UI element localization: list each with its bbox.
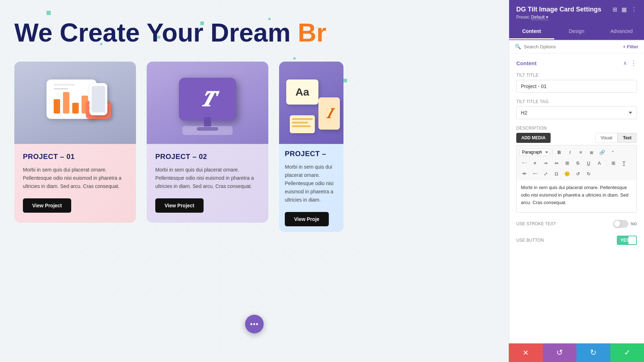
emoji-btn[interactable]: 🙂 (562, 169, 572, 178)
toolbar-row-2: ⬸ ≡ ⇒ ⇔ ⊞ S U A ⊞ T̲ ⬲ ⬳ ⤢ Ω 🙂 ↺ (519, 158, 634, 178)
typography-icon: Aa 𝐼 (283, 72, 340, 133)
card-3-body: PROJECT – Morbi in sem quis dui placerat… (279, 144, 343, 232)
tab-content[interactable]: Content (509, 24, 554, 39)
indent2-btn[interactable]: ⬳ (530, 169, 540, 178)
footer-cancel-btn[interactable]: ✕ (509, 343, 543, 362)
tab-advanced[interactable]: Advanced (599, 24, 644, 39)
text-format-btn[interactable]: T̲ (619, 158, 629, 168)
hero-title-text: We Create Your Dream (14, 18, 298, 47)
monitor-icon: 𝑻 (172, 67, 243, 139)
tilt-title-label: Tilt Title (516, 73, 637, 78)
card-3-button[interactable]: View Proje (285, 212, 329, 226)
section-more-icon[interactable]: ⋮ (630, 59, 637, 67)
ordered-list-btn[interactable]: ≣ (587, 148, 596, 157)
yes-thumb (628, 236, 636, 244)
redo-btn[interactable]: ↻ (584, 169, 593, 178)
card-1-body: PROJECT – 01 Morbi in sem quis dui place… (14, 144, 136, 223)
card-1-title: PROJECT – 01 (23, 153, 127, 161)
panel-tabs: Content Design Advanced (509, 24, 644, 40)
settings-panel: DG Tilt Image Card Settings ⊞ ▦ ⋮ Preset… (509, 0, 644, 362)
special-char-btn[interactable]: Ω (552, 169, 561, 178)
card-3-desc: Morbi in sem quis dui placerat ornare. P… (285, 163, 338, 204)
quote-btn[interactable]: “ (608, 148, 618, 157)
use-button-field: Use Button YES (509, 233, 644, 250)
stroke-toggle-switch: NO (613, 220, 637, 228)
tab-design[interactable]: Design (554, 24, 599, 39)
project-card-3: Aa 𝐼 PROJECT – Morbi in sem quis dui pla… (279, 62, 343, 232)
underline-btn[interactable]: U (584, 158, 593, 168)
stroke-toggle-thumb (614, 221, 620, 227)
italic-btn[interactable]: I (565, 148, 575, 157)
panel-header: DG Tilt Image Card Settings ⊞ ▦ ⋮ Preset… (509, 0, 644, 24)
editor-toolbar: Paragraph Heading 1 Heading 2 B I ≡ ≣ 🔗 … (516, 145, 637, 180)
card-1-desc: Morbi in sem quis dui placerat ornare. P… (23, 166, 127, 190)
panel-preset: Preset: Default ▾ (516, 15, 637, 20)
description-field: Description ADD MEDIA Visual Text Paragr… (509, 124, 644, 217)
align-left-btn[interactable]: ⬸ (519, 158, 529, 168)
card-2-desc: Morbi in sem quis dui placerat ornare. P… (155, 166, 260, 190)
outdent-btn[interactable]: ⬲ (519, 169, 529, 178)
text-tab-btn[interactable]: Text (618, 133, 637, 143)
indent-btn[interactable]: ⊞ (609, 158, 618, 168)
card-2-body: PROJECT – 02 Morbi in sem quis dui place… (147, 144, 268, 223)
card-1-image (14, 62, 136, 144)
card-2-button[interactable]: View Project (155, 198, 204, 213)
footer-undo-btn[interactable]: ↺ (543, 343, 577, 362)
fab-dots: ••• (250, 320, 259, 328)
tilt-title-input[interactable] (516, 80, 637, 93)
tilt-title-tag-select[interactable]: H1 H2 H3 H4 H5 H6 (516, 106, 637, 119)
stroke-toggle-row: Use Stroke Text NO (516, 220, 637, 228)
panel-icon-copy[interactable]: ⊞ (613, 6, 617, 13)
cards-row: PROJECT – 01 Morbi in sem quis dui place… (14, 62, 494, 232)
canvas-area: We Create Your Dream Br (0, 0, 509, 362)
editor-content[interactable]: Morbi in sem quis dui placerat ornare. P… (516, 180, 637, 213)
yes-label: YES (617, 238, 629, 243)
stroke-toggle-track[interactable] (613, 220, 628, 228)
panel-icon-layout[interactable]: ▦ (621, 6, 627, 13)
cancel-icon: ✕ (523, 348, 529, 357)
button-toggle-row: Use Button YES (516, 236, 637, 245)
toolbar-div-1 (552, 149, 552, 155)
project-card-1: PROJECT – 01 Morbi in sem quis dui place… (14, 62, 136, 223)
justify-btn[interactable]: ⇔ (552, 158, 561, 168)
hero-title: We Create Your Dream Br (14, 18, 494, 47)
undo-btn[interactable]: ↺ (573, 169, 582, 178)
toolbar-div-2 (606, 160, 606, 166)
tilt-title-tag-label: Tilt Title Tag (516, 99, 637, 104)
panel-preset-link[interactable]: Default ▾ (531, 15, 548, 20)
button-toggle-label: Use Button (516, 238, 544, 243)
fab-button[interactable]: ••• (245, 315, 264, 333)
undo-icon: ↺ (556, 348, 563, 357)
content-section-header: Content ∧ ⋮ (509, 53, 644, 71)
card-1-button[interactable]: View Project (23, 198, 71, 213)
toolbar-row-1: Paragraph Heading 1 Heading 2 B I ≡ ≣ 🔗 … (519, 148, 634, 157)
section-collapse-icon[interactable]: ∧ (623, 60, 627, 66)
description-label: Description (516, 126, 637, 131)
paragraph-select[interactable]: Paragraph Heading 1 Heading 2 (519, 149, 550, 156)
desc-toolbar-top: ADD MEDIA Visual Text (516, 133, 637, 143)
monitor-t-letter: 𝑻 (201, 88, 214, 110)
align-center-btn[interactable]: ≡ (530, 158, 540, 168)
stroke-text-field: Use Stroke Text NO (509, 217, 644, 233)
footer-redo-btn[interactable]: ↻ (576, 343, 610, 362)
panel-search-row: 🔍 + Filter (509, 40, 644, 53)
search-input[interactable] (524, 44, 620, 49)
yes-toggle-track[interactable]: YES (617, 236, 637, 245)
card-3-title: PROJECT – (285, 150, 338, 158)
color-btn[interactable]: A (595, 158, 604, 168)
footer-save-btn[interactable]: ✓ (610, 343, 644, 362)
panel-icon-more[interactable]: ⋮ (631, 6, 637, 13)
card-2-image: 𝑻 (147, 62, 268, 144)
align-right-btn[interactable]: ⇒ (541, 158, 550, 168)
stroke-toggle-text: NO (631, 222, 637, 226)
bold-btn[interactable]: B (555, 148, 564, 157)
fullscreen-btn[interactable]: ⤢ (541, 169, 550, 178)
table-btn[interactable]: ⊞ (562, 158, 572, 168)
filter-button[interactable]: + Filter (623, 44, 638, 49)
visual-tab-btn[interactable]: Visual (595, 133, 618, 143)
add-media-button[interactable]: ADD MEDIA (516, 133, 551, 143)
strikethrough-btn[interactable]: S (573, 158, 582, 168)
project-card-2: 𝑻 PROJECT – 02 Morbi in sem quis dui pla… (147, 62, 268, 223)
link-btn[interactable]: 🔗 (597, 148, 607, 157)
unordered-list-btn[interactable]: ≡ (576, 148, 585, 157)
